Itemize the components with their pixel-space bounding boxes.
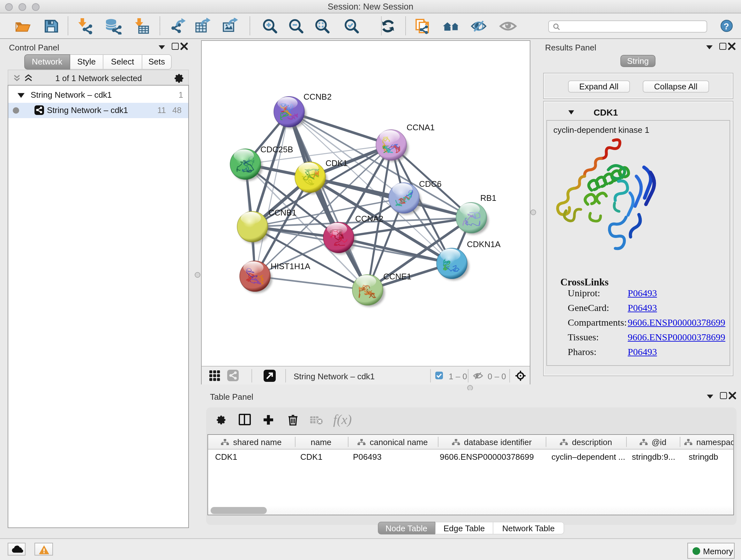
svg-text:CCNA1: CCNA1 <box>407 123 434 132</box>
svg-text:HIST1H1A: HIST1H1A <box>271 261 311 271</box>
svg-text:CCNE1: CCNE1 <box>383 272 411 281</box>
svg-text:CDC6: CDC6 <box>419 179 442 189</box>
svg-text:CCNB2: CCNB2 <box>304 92 332 102</box>
svg-text:CDK1: CDK1 <box>326 159 347 168</box>
svg-text:RB1: RB1 <box>480 193 496 203</box>
svg-text:CDC25B: CDC25B <box>260 145 293 154</box>
svg-text:CCNB1: CCNB1 <box>268 208 296 217</box>
svg-text:CDKN1A: CDKN1A <box>467 240 501 249</box>
svg-text:CCNA2: CCNA2 <box>355 214 383 224</box>
